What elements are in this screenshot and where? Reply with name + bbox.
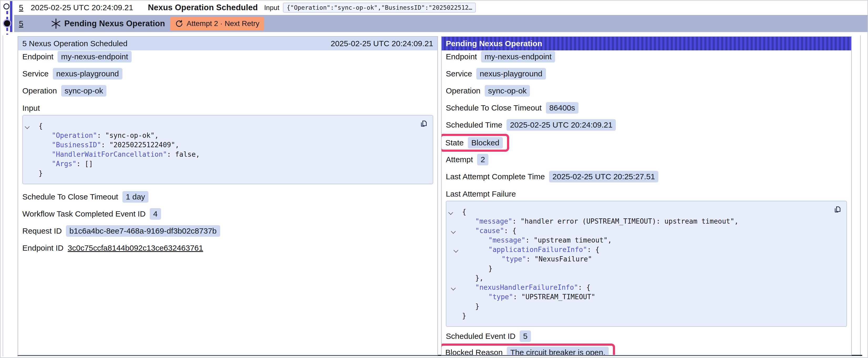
input-json-lines: {"Operation": "sync-op-ok","BusinessID":… bbox=[26, 121, 417, 178]
field-value-badge: my-nexus-endpoint bbox=[481, 51, 555, 62]
json-line-text: }, bbox=[462, 273, 484, 283]
json-gutter bbox=[449, 283, 462, 292]
field-row-last-attempt-complete-time: Last Attempt Complete Time2025-02-25 UTC… bbox=[446, 171, 847, 183]
field-value-badge: 4 bbox=[150, 208, 161, 220]
json-line: "type": "NexusFailure" bbox=[449, 254, 831, 264]
copy-icon[interactable] bbox=[419, 119, 429, 129]
json-gutter bbox=[26, 150, 39, 159]
json-line-text: { bbox=[462, 207, 466, 217]
field-label: Endpoint bbox=[22, 52, 53, 61]
field-label: Last Attempt Complete Time bbox=[446, 172, 545, 181]
collapse-chevron-icon[interactable] bbox=[448, 210, 453, 215]
json-line: "type": "UPSTREAM_TIMEOUT" bbox=[449, 292, 831, 301]
json-line-text: "type": "UPSTREAM_TIMEOUT" bbox=[462, 292, 595, 301]
detail-container-right-border bbox=[860, 35, 861, 356]
timeline-dashed-connector bbox=[6, 28, 8, 35]
collapse-chevron-icon[interactable] bbox=[451, 286, 456, 290]
json-gutter bbox=[449, 207, 462, 217]
json-line: "Operation": "sync-op-ok", bbox=[26, 131, 417, 140]
json-gutter bbox=[26, 121, 39, 131]
json-line-text: "applicationFailureInfo": { bbox=[462, 245, 599, 254]
field-value-badge: nexus-playground bbox=[476, 68, 546, 79]
event-input-preview[interactable]: {"Operation":"sync-op-ok","BusinessID":"… bbox=[283, 3, 476, 12]
field-value-badge: 2 bbox=[477, 154, 488, 165]
field-label: Request ID bbox=[22, 227, 62, 235]
failure-json-lines: {"message": "handler error (UPSTREAM_TIM… bbox=[449, 207, 831, 321]
pending-asterisk-icon bbox=[51, 18, 61, 29]
json-gutter bbox=[449, 273, 462, 283]
field-row-operation: Operationsync-op-ok bbox=[446, 85, 847, 97]
pending-panel-header: Pending Nexus Operation bbox=[442, 37, 851, 51]
field-value-badge: my-nexus-endpoint bbox=[58, 51, 131, 62]
field-label: Endpoint ID bbox=[22, 243, 64, 253]
event-id-link[interactable]: 5 bbox=[19, 19, 23, 28]
json-line: }, bbox=[449, 273, 831, 283]
detail-container-left-border bbox=[3, 35, 3, 356]
field-value-badge: nexus-playground bbox=[53, 68, 122, 79]
scheduled-fields-bottom: Schedule To Close Timeout1 dayWorkflow T… bbox=[22, 191, 433, 254]
pending-panel-title: Pending Nexus Operation bbox=[446, 39, 542, 48]
scheduled-event-id-value: 5 bbox=[520, 330, 531, 342]
json-line-text: "HandlerWaitForCancellation": false, bbox=[39, 150, 200, 159]
field-row-workflow-task-completed-event-id: Workflow Task Completed Event ID4 bbox=[22, 208, 433, 220]
input-section-label: Input bbox=[22, 103, 433, 113]
json-line-text: "message": "handler error (UPSTREAM_TIME… bbox=[462, 217, 739, 226]
field-label: Service bbox=[22, 69, 49, 78]
field-value-badge: b1c6a4bc-8ee7-468a-9169-df3b02c8737b bbox=[66, 225, 220, 237]
event-row-nexus-operation-scheduled[interactable]: 5 2025-02-25 UTC 20:24:09.21 Nexus Opera… bbox=[14, 1, 867, 14]
field-row-state: State Blocked bbox=[445, 137, 503, 149]
collapse-chevron-icon[interactable] bbox=[454, 248, 458, 253]
json-gutter bbox=[449, 254, 462, 264]
timeline-active-bar bbox=[10, 1, 12, 32]
field-row-scheduled-event-id: Scheduled Event ID 5 bbox=[446, 330, 847, 342]
json-line: "message": "upstream timeout", bbox=[449, 235, 831, 245]
json-gutter bbox=[26, 159, 39, 168]
field-row-scheduled-time: Scheduled Time2025-02-25 UTC 20:24:09.21 bbox=[446, 119, 847, 131]
state-value-badge: Blocked bbox=[468, 137, 503, 149]
json-line-text: } bbox=[462, 264, 493, 273]
event-title: Nexus Operation Scheduled bbox=[148, 3, 258, 12]
field-value-badge: 2025-02-25 UTC 20:25:27.51 bbox=[549, 171, 658, 183]
json-gutter bbox=[449, 301, 462, 311]
json-line-text: "cause": { bbox=[462, 226, 517, 235]
pending-operation-panel: Pending Nexus Operation Endpointmy-nexus… bbox=[441, 36, 852, 355]
json-gutter bbox=[449, 264, 462, 273]
field-row-service: Servicenexus-playground bbox=[446, 68, 847, 79]
json-line: "HandlerWaitForCancellation": false, bbox=[26, 150, 417, 159]
json-line-text: } bbox=[462, 311, 466, 321]
attempt-retry-label: Attempt 2 · Next Retry bbox=[187, 20, 259, 28]
attempt-retry-badge: Attempt 2 · Next Retry bbox=[170, 17, 264, 30]
collapse-chevron-icon[interactable] bbox=[451, 229, 456, 234]
json-line: { bbox=[449, 207, 831, 217]
json-gutter bbox=[26, 168, 39, 178]
state-annotation-box: State Blocked bbox=[441, 134, 509, 152]
field-label: Scheduled Time bbox=[446, 121, 502, 129]
field-value-badge: sync-op-ok bbox=[485, 85, 530, 97]
field-value-link[interactable]: 3c0c75ccfa8144b092c13ce632463761 bbox=[68, 243, 203, 253]
timeline-dashed-connector bbox=[6, 11, 8, 20]
copy-icon[interactable] bbox=[833, 205, 842, 215]
json-line-text: "type": "NexusFailure" bbox=[462, 254, 592, 264]
collapse-chevron-icon[interactable] bbox=[25, 124, 29, 129]
scheduled-panel-time: 2025-02-25 UTC 20:24:09.21 bbox=[331, 39, 433, 48]
field-row-request-id: Request IDb1c6a4bc-8ee7-468a-9169-df3b02… bbox=[22, 225, 433, 237]
json-line: { bbox=[26, 121, 417, 131]
json-line: "Args": [] bbox=[26, 159, 417, 168]
field-label: Endpoint bbox=[446, 52, 477, 61]
json-line-text: "nexusHandlerFailureInfo": { bbox=[462, 283, 590, 292]
event-timestamp: 2025-02-25 UTC 20:24:09.21 bbox=[31, 3, 133, 12]
timeline-event-dot-open bbox=[3, 3, 9, 9]
event-row-pending-nexus-operation[interactable]: 5 Pending Nexus Operation Attempt 2 · Ne… bbox=[14, 15, 867, 32]
field-row-attempt: Attempt2 bbox=[446, 154, 847, 165]
json-line: "message": "handler error (UPSTREAM_TIME… bbox=[449, 217, 831, 226]
event-id-link[interactable]: 5 bbox=[19, 3, 23, 12]
field-label: Workflow Task Completed Event ID bbox=[22, 209, 146, 218]
field-row-endpoint: Endpointmy-nexus-endpoint bbox=[446, 51, 847, 62]
scheduled-panel-header: 5 Nexus Operation Scheduled 2025-02-25 U… bbox=[18, 37, 437, 51]
field-value-badge: sync-op-ok bbox=[61, 85, 107, 97]
json-gutter bbox=[449, 292, 462, 301]
timeline-event-dot-selected bbox=[4, 20, 10, 27]
json-line-text: "BusinessID": "20250225122409", bbox=[39, 140, 179, 150]
history-screen: 5 2025-02-25 UTC 20:24:09.21 Nexus Opera… bbox=[0, 0, 868, 358]
json-line: "BusinessID": "20250225122409", bbox=[26, 140, 417, 150]
